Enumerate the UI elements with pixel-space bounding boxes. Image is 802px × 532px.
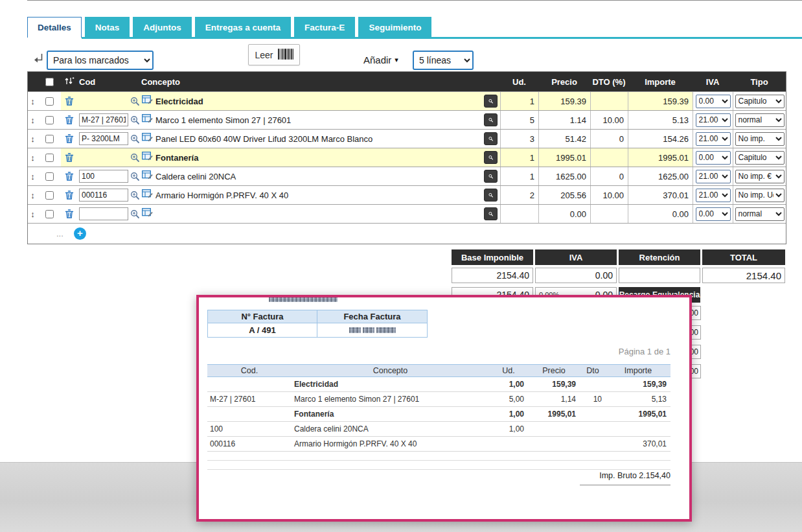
precio-value: 205.56 (538, 186, 590, 204)
redacted-date (317, 323, 427, 337)
concept-search-button[interactable] (484, 207, 498, 220)
lines-count-select[interactable]: 5 líneas (413, 51, 474, 70)
concept-edit-icon[interactable] (142, 152, 153, 163)
delete-row-button[interactable] (65, 171, 74, 181)
anadir-label: Añadir (363, 54, 391, 65)
delete-row-button[interactable] (65, 190, 74, 200)
concept-search-button[interactable] (484, 189, 498, 202)
anadir-dropdown[interactable]: Añadir ▾ (363, 54, 398, 65)
cod-zoom-icon[interactable] (130, 134, 140, 144)
row-checkbox[interactable] (45, 97, 54, 106)
marked-actions-select[interactable]: Para los marcados (47, 51, 154, 70)
tipo-select[interactable]: Capitulo (735, 95, 785, 108)
concept-search-button[interactable] (484, 95, 498, 108)
delete-row-button[interactable] (65, 96, 74, 106)
importe-value: 1995.01 (628, 148, 693, 167)
tipo-select[interactable]: normal (735, 113, 785, 127)
tipo-select[interactable]: normal (735, 207, 785, 221)
tab-entregas-a-cuenta[interactable]: Entregas a cuenta (195, 17, 291, 38)
add-line-button[interactable]: + (74, 227, 86, 240)
iva-select[interactable]: 21.00 (696, 189, 731, 202)
delete-row-button[interactable] (65, 152, 74, 163)
precio-value: 159.39 (538, 92, 590, 110)
summary-header-base: Base Imponible (452, 249, 533, 265)
cod-input[interactable] (79, 113, 128, 126)
invoice-detail-page: Detalles Notas Adjuntos Entregas a cuent… (0, 0, 802, 532)
iva-select[interactable]: 21.00 (696, 132, 731, 146)
select-all-checkbox[interactable] (45, 78, 54, 86)
iva-select[interactable]: 21.00 (696, 170, 731, 183)
cod-input[interactable] (79, 170, 128, 183)
add-line-row: ... + (28, 223, 786, 244)
header-precio: Precio (538, 77, 590, 87)
row-checkbox[interactable] (45, 191, 54, 200)
iva-select[interactable]: 0.00 (696, 95, 731, 108)
preview-header-precio: Precio (528, 366, 580, 375)
tab-factura-e[interactable]: Factura-E (294, 17, 355, 38)
tipo-select[interactable]: Capitulo (735, 151, 785, 165)
leer-label: Leer (255, 50, 273, 60)
preview-row: Electricidad 1,00 159,39 159,39 (207, 377, 670, 392)
row-checkbox[interactable] (45, 154, 54, 162)
imp-bruto-underline (580, 485, 670, 485)
row-checkbox[interactable] (45, 172, 54, 181)
cod-input[interactable] (79, 132, 128, 145)
drag-handle-icon[interactable]: ↕ (30, 154, 35, 162)
preview-row: 100 Caldera celini 20NCA 1,00 (207, 422, 670, 437)
tab-adjuntos[interactable]: Adjuntos (133, 17, 192, 38)
header-tipo: Tipo (733, 77, 786, 87)
iva-select[interactable]: 0.00 (696, 207, 731, 221)
cod-zoom-icon[interactable] (130, 153, 140, 163)
concept-edit-icon[interactable] (142, 114, 153, 126)
concept-edit-icon[interactable] (142, 189, 153, 201)
header-ud: Ud. (500, 77, 538, 87)
tab-seguimiento[interactable]: Seguimiento (358, 17, 431, 38)
row-checkbox[interactable] (45, 135, 54, 143)
cod-input[interactable] (79, 207, 128, 220)
delete-row-button[interactable] (65, 209, 74, 219)
concept-text: Fontanería (155, 153, 481, 163)
delete-row-button[interactable] (65, 133, 74, 144)
drag-handle-icon[interactable]: ↕ (30, 135, 35, 143)
tipo-select[interactable]: No imp. (735, 132, 785, 146)
cod-zoom-icon[interactable] (130, 191, 140, 200)
delete-row-button[interactable] (65, 115, 74, 125)
cod-input[interactable] (79, 189, 128, 202)
row-checkbox[interactable] (45, 210, 54, 218)
preview-empty-row (207, 461, 670, 470)
drag-handle-icon[interactable]: ↕ (30, 116, 35, 124)
row-checkbox[interactable] (45, 116, 54, 124)
concept-search-button[interactable] (484, 132, 498, 145)
drag-handle-icon[interactable]: ↕ (30, 97, 35, 106)
concept-edit-icon[interactable] (142, 208, 153, 220)
cod-zoom-icon[interactable] (130, 172, 140, 181)
concept-search-button[interactable] (484, 113, 498, 126)
header-cod: Cod (78, 77, 140, 87)
iva-select[interactable]: 0.00 (696, 151, 731, 165)
drag-handle-icon[interactable]: ↕ (30, 210, 35, 218)
page-number-label: Página 1 de 1 (619, 347, 670, 356)
cod-zoom-icon[interactable] (130, 97, 140, 106)
concept-edit-icon[interactable] (142, 170, 153, 182)
precio-value: 0.00 (538, 205, 590, 223)
cod-zoom-icon[interactable] (130, 209, 140, 219)
concept-text: Caldera celini 20NCA (155, 172, 481, 181)
tipo-select[interactable]: No imp. € (735, 170, 785, 183)
tab-notas[interactable]: Notas (85, 17, 130, 38)
header-select-all (38, 76, 61, 88)
concept-search-button[interactable] (484, 170, 498, 183)
tab-detalles[interactable]: Detalles (27, 17, 82, 38)
concept-edit-icon[interactable] (142, 133, 153, 145)
drag-handle-icon[interactable]: ↕ (30, 191, 35, 200)
cod-zoom-icon[interactable] (130, 115, 140, 125)
drag-handle-icon[interactable]: ↕ (30, 172, 35, 181)
leer-barcode-button[interactable]: Leer (248, 44, 300, 65)
concept-edit-icon[interactable] (142, 95, 153, 107)
iva-select[interactable]: 21.00 (696, 113, 731, 127)
tipo-select[interactable]: No imp. Ud (735, 189, 785, 202)
iva-total-value: 0.00 (535, 268, 617, 283)
precio-value: 1.14 (538, 111, 590, 129)
concept-search-button[interactable] (484, 151, 498, 164)
dto-value (590, 205, 628, 223)
renumber-icon[interactable] (61, 76, 78, 87)
